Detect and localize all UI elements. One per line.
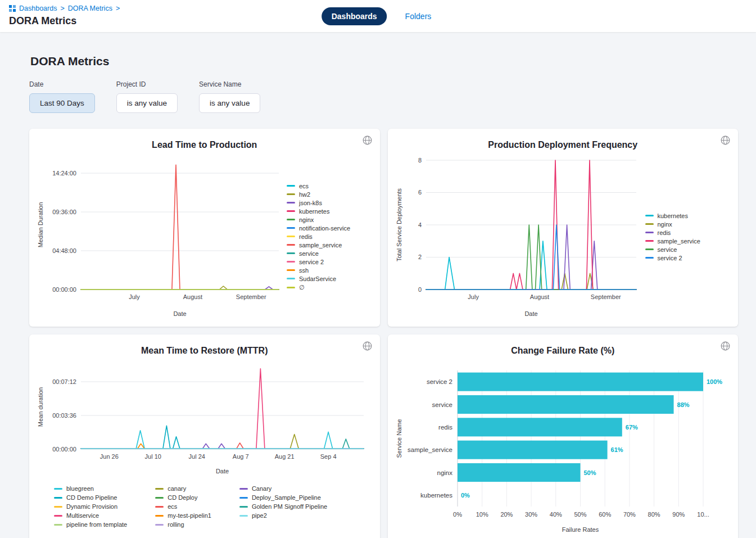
bar[interactable]: [458, 395, 674, 414]
legend-item[interactable]: service: [287, 250, 350, 257]
legend-label: Canary: [252, 485, 271, 492]
legend-item[interactable]: canary: [155, 485, 211, 492]
legend-label: CD Demo Pipeline: [66, 494, 117, 501]
filter-date-value-button[interactable]: Last 90 Days: [29, 93, 95, 113]
legend-item[interactable]: CD Demo Pipeline: [54, 494, 127, 501]
series-line[interactable]: [81, 435, 364, 449]
svg-text:88%: 88%: [677, 401, 689, 408]
svg-text:July: July: [129, 293, 140, 300]
legend-swatch: [287, 210, 295, 212]
legend-label: pipe2: [252, 512, 267, 519]
series-line[interactable]: [81, 369, 364, 449]
legend-label: service 2: [299, 259, 324, 265]
legend-item[interactable]: CD Deploy: [155, 494, 211, 501]
svg-text:September: September: [590, 293, 621, 300]
legend-item[interactable]: ecs: [155, 503, 211, 510]
svg-text:July: July: [468, 293, 479, 300]
legend-label: ecs: [299, 183, 309, 189]
breadcrumb-dashboards[interactable]: Dashboards: [19, 4, 57, 12]
legend-item[interactable]: Golden PM Signoff Pipeline: [239, 503, 327, 510]
svg-text:Date: Date: [216, 468, 229, 474]
tab-folders[interactable]: Folders: [402, 11, 435, 21]
legend-item[interactable]: service: [645, 246, 700, 253]
legend-swatch: [54, 506, 62, 508]
bar[interactable]: [458, 373, 703, 391]
svg-text:40%: 40%: [549, 511, 562, 518]
globe-icon: [721, 341, 730, 351]
series-line[interactable]: [81, 444, 364, 449]
legend-item[interactable]: nginx: [287, 216, 350, 223]
svg-text:50%: 50%: [574, 511, 586, 518]
legend-label: sample_service: [658, 238, 700, 245]
legend-item[interactable]: ssh: [287, 267, 350, 274]
tab-dashboards[interactable]: Dashboards: [322, 7, 387, 25]
bar[interactable]: [458, 463, 581, 482]
legend-swatch: [287, 185, 295, 187]
filter-project-id-value-button[interactable]: is any value: [116, 93, 178, 113]
legend-label: Deploy_Sample_Pipeline: [252, 494, 321, 501]
legend-item[interactable]: service 2: [287, 259, 350, 265]
series-line[interactable]: [81, 443, 364, 449]
filter-service-name: Service Name is any value: [199, 80, 260, 113]
legend-swatch: [54, 497, 62, 499]
legend-item[interactable]: pipeline from template: [54, 521, 127, 528]
bar[interactable]: [458, 441, 608, 459]
svg-text:09:36:00: 09:36:00: [52, 209, 76, 215]
legend-item[interactable]: Canary: [239, 485, 327, 492]
chart-title-change-failure-rate: Change Failure Rate (%): [395, 346, 732, 356]
legend-swatch: [645, 232, 654, 233]
legend-label: kubernetes: [299, 208, 329, 215]
legend-swatch: [155, 497, 164, 499]
legend-item[interactable]: redis: [287, 233, 350, 240]
legend-item[interactable]: kubernetes: [287, 208, 350, 215]
legend-label: notification-service: [299, 225, 350, 232]
legend-item[interactable]: kubernetes: [645, 213, 700, 219]
legend-item[interactable]: redis: [645, 229, 700, 236]
breadcrumb-dora-metrics[interactable]: DORA Metrics: [68, 4, 112, 12]
nav-tabs: Dashboards Folders: [322, 7, 435, 25]
legend-item[interactable]: nginx: [645, 221, 700, 228]
legend-swatch: [54, 524, 62, 526]
legend-item[interactable]: notification-service: [287, 225, 350, 232]
legend-item[interactable]: SudarService: [287, 275, 350, 282]
mttr-legend: bluegreenCD Demo PipelineDynamic Provisi…: [54, 485, 373, 528]
svg-text:61%: 61%: [610, 446, 623, 453]
legend-item[interactable]: bluegreen: [54, 485, 127, 492]
chart-title-lead-time: Lead Time to Production: [36, 140, 373, 150]
deploy-frequency-chart: 02468JulyAugustSeptemberDateTotal Servic…: [395, 151, 642, 322]
legend-item[interactable]: json-k8s: [287, 200, 350, 206]
svg-text:Aug 21: Aug 21: [275, 453, 295, 460]
legend-item[interactable]: Deploy_Sample_Pipeline: [239, 494, 327, 501]
legend-item[interactable]: ecs: [287, 183, 350, 189]
breadcrumb-separator: >: [116, 4, 120, 12]
filter-service-name-value-button[interactable]: is any value: [199, 93, 260, 113]
legend-item[interactable]: rolling: [155, 521, 211, 528]
legend-item[interactable]: sample_service: [287, 242, 350, 248]
legend-item[interactable]: hw2: [287, 191, 350, 198]
legend-swatch: [239, 506, 248, 508]
legend-item[interactable]: Dynamic Provision: [54, 503, 127, 510]
legend-item[interactable]: service 2: [645, 255, 700, 261]
svg-text:00:07:12: 00:07:12: [52, 378, 76, 385]
legend-label: ecs: [168, 503, 177, 510]
legend-swatch: [239, 488, 248, 490]
legend-label: hw2: [299, 191, 310, 198]
legend-item[interactable]: Multiservice: [54, 512, 127, 519]
legend-item[interactable]: ∅: [287, 284, 350, 291]
top-bar: Dashboards > DORA Metrics > DORA Metrics…: [0, 0, 756, 32]
svg-text:service: service: [432, 401, 452, 408]
svg-text:Date: Date: [173, 310, 186, 317]
series-line[interactable]: [81, 439, 364, 449]
dashboard-main: DORA Metrics Date Last 90 Days Project I…: [0, 32, 756, 538]
legend-item[interactable]: sample_service: [645, 238, 700, 245]
svg-text:70%: 70%: [623, 511, 635, 518]
legend-item[interactable]: pipe2: [239, 512, 327, 519]
legend-label: redis: [658, 229, 671, 236]
filter-project-id: Project ID is any value: [116, 80, 178, 113]
series-line[interactable]: [81, 165, 279, 290]
series-line[interactable]: [81, 431, 364, 449]
svg-text:80%: 80%: [648, 511, 660, 518]
svg-text:04:48:00: 04:48:00: [52, 247, 76, 254]
legend-item[interactable]: my-test-pipelin1: [155, 512, 211, 519]
bar[interactable]: [458, 418, 622, 436]
